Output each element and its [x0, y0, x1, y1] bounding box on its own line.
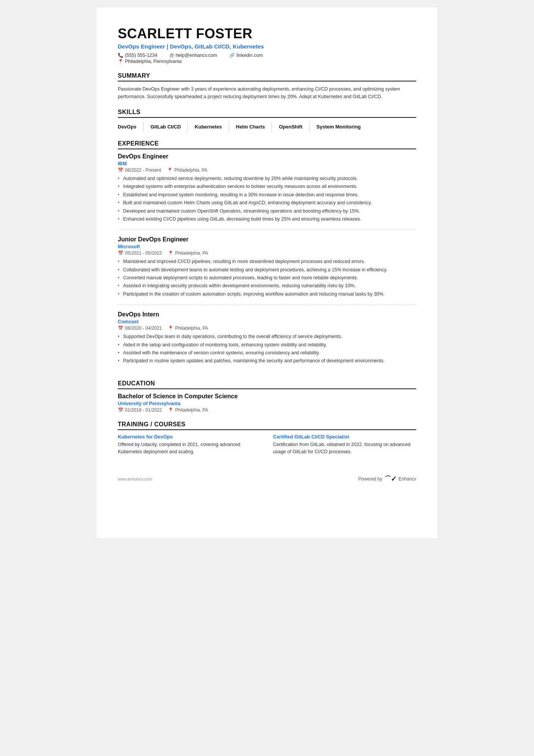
phone-value: (555) 555-1234	[125, 53, 157, 58]
skill-tag: OpenShift	[272, 122, 309, 132]
date-range: 06/2022 - Present	[125, 167, 161, 173]
skills-section: SKILLS DevOpsGitLab CI/CDKubernetesHelm …	[118, 109, 416, 132]
header-section: SCARLETT FOSTER DevOps Engineer | DevOps…	[118, 26, 416, 64]
calendar-icon: 📅	[118, 407, 123, 413]
skill-tag: Helm Charts	[229, 122, 272, 132]
education-title: EDUCATION	[118, 380, 416, 389]
skill-tag: Kubernetes	[188, 122, 229, 132]
linkedin-value: linkedin.com	[236, 53, 262, 58]
summary-text: Passionate DevOps Engineer with 3 years …	[118, 85, 416, 100]
edu-degree: Bachelor of Science in Computer Science	[118, 393, 416, 400]
skill-tag: GitLab CI/CD	[144, 122, 188, 132]
brand-name: Enhancv	[398, 476, 416, 482]
list-item: Participated in the creation of custom a…	[118, 291, 416, 298]
job-meta: 📅 05/2021 - 05/2022 📍 Philadelphia, PA	[118, 250, 416, 256]
job-block: DevOps InternComcast 📅 08/2020 - 04/2021…	[118, 311, 416, 372]
location-icon: 📍	[118, 59, 123, 64]
education-section: EDUCATION Bachelor of Science in Compute…	[118, 380, 416, 413]
job-meta: 📅 08/2020 - 04/2021 📍 Philadelphia, PA	[118, 326, 416, 331]
edu-date: 📅 01/2018 - 01/2022	[118, 407, 162, 413]
job-block: DevOps EngineerIBM 📅 06/2022 - Present 📍…	[118, 153, 416, 230]
job-date: 📅 08/2020 - 04/2021	[118, 326, 162, 331]
list-item: Enhanced existing CI/CD pipelines using …	[118, 216, 416, 223]
candidate-name: SCARLETT FOSTER	[118, 26, 416, 42]
training-container: Kubernetes for DevOpsOffered by Udacity,…	[118, 434, 416, 456]
location-text: Philadelphia, PA	[175, 250, 208, 256]
date-range: 05/2021 - 05/2022	[125, 250, 162, 256]
email-icon: @	[169, 53, 174, 58]
phone-contact: 📞 (555) 555-1234	[118, 53, 157, 58]
training-section: TRAINING / COURSES Kubernetes for DevOps…	[118, 421, 416, 456]
edu-location-icon: 📍	[168, 407, 173, 413]
resume-page: SCARLETT FOSTER DevOps Engineer | DevOps…	[97, 8, 437, 538]
edu-meta: 📅 01/2018 - 01/2022 📍 Philadelphia, PA	[118, 407, 416, 413]
company-name: Microsoft	[118, 244, 416, 249]
company-name: IBM	[118, 161, 416, 166]
job-block: Junior DevOps EngineerMicrosoft 📅 05/202…	[118, 236, 416, 305]
powered-by-label: Powered by	[358, 476, 382, 482]
bullet-list: Automated and optimized service deployme…	[118, 175, 416, 223]
calendar-icon: 📅	[118, 326, 123, 331]
list-item: Automated and optimized service deployme…	[118, 175, 416, 182]
training-item: Kubernetes for DevOpsOffered by Udacity,…	[118, 434, 261, 456]
bullet-list: Supported DevOps team in daily operation…	[118, 333, 416, 365]
training-title: TRAINING / COURSES	[118, 421, 416, 430]
candidate-title: DevOps Engineer | DevOps, GitLab CI/CD, …	[118, 43, 416, 50]
pin-icon: 📍	[167, 167, 173, 173]
skill-tag: DevOps	[118, 122, 144, 132]
list-item: Integrated systems with enterprise authe…	[118, 183, 416, 190]
edu-school: University of Pennsylvania	[118, 401, 416, 406]
calendar-icon: 📅	[118, 250, 123, 256]
training-course-title: Certified GitLab CI/CD Specialist	[273, 434, 416, 440]
edu-location: 📍 Philadelphia, PA	[168, 407, 208, 413]
email-value: help@enhancv.com	[176, 53, 217, 58]
footer: www.enhancv.com Powered by ⌒✓ Enhancv	[118, 471, 416, 484]
job-title: DevOps Intern	[118, 311, 416, 318]
experience-section: EXPERIENCE DevOps EngineerIBM 📅 06/2022 …	[118, 140, 416, 372]
calendar-icon: 📅	[118, 167, 123, 173]
bullet-list: Maintained and improved CI/CD pipelines,…	[118, 258, 416, 298]
link-icon: 🔗	[229, 53, 235, 58]
list-item: Assisted with the maintenance of version…	[118, 349, 416, 357]
location-text: Philadelphia, PA	[175, 326, 208, 331]
job-title: DevOps Engineer	[118, 153, 416, 160]
linkedin-contact[interactable]: 🔗 linkedin.com	[229, 53, 262, 58]
job-location: 📍 Philadelphia, PA	[168, 326, 208, 331]
job-date: 📅 06/2022 - Present	[118, 167, 161, 173]
list-item: Developed and maintained custom OpenShif…	[118, 208, 416, 215]
edu-date-value: 01/2018 - 01/2022	[125, 407, 162, 413]
jobs-container: DevOps EngineerIBM 📅 06/2022 - Present 📍…	[118, 153, 416, 372]
training-course-title: Kubernetes for DevOps	[118, 434, 261, 440]
training-course-desc: Certification from GitLab, obtained in 2…	[273, 441, 416, 456]
training-item: Certified GitLab CI/CD SpecialistCertifi…	[273, 434, 416, 456]
list-item: Converted manual deployment scripts to a…	[118, 274, 416, 282]
enhancv-branding: Powered by ⌒✓ Enhancv	[358, 474, 416, 484]
summary-title: SUMMARY	[118, 72, 416, 81]
company-name: Comcast	[118, 319, 416, 324]
date-range: 08/2020 - 04/2021	[125, 326, 162, 331]
phone-icon: 📞	[118, 53, 123, 58]
list-item: Built and maintained custom Helm Charts …	[118, 199, 416, 207]
location-value: Philadelphia, Pennsylvania	[125, 59, 181, 64]
summary-section: SUMMARY Passionate DevOps Engineer with …	[118, 72, 416, 100]
skills-list: DevOpsGitLab CI/CDKubernetesHelm ChartsO…	[118, 122, 416, 132]
list-item: Assisted in integrating security protoco…	[118, 282, 416, 290]
list-item: Aided in the setup and configuration of …	[118, 341, 416, 349]
pin-icon: 📍	[168, 326, 173, 331]
list-item: Established and improved system monitori…	[118, 191, 416, 199]
list-item: Collaborated with development teams to a…	[118, 266, 416, 274]
enhancv-logo-icon: ⌒✓	[384, 474, 396, 484]
location-text: Philadelphia, PA	[174, 167, 207, 173]
job-location: 📍 Philadelphia, PA	[167, 167, 207, 173]
footer-website: www.enhancv.com	[118, 477, 152, 481]
edu-location-value: Philadelphia, PA	[175, 407, 208, 413]
skills-title: SKILLS	[118, 109, 416, 118]
pin-icon: 📍	[168, 250, 173, 256]
job-meta: 📅 06/2022 - Present 📍 Philadelphia, PA	[118, 167, 416, 173]
skill-tag: System Monitoring	[310, 122, 368, 132]
job-title: Junior DevOps Engineer	[118, 236, 416, 243]
list-item: Participated in routine system updates a…	[118, 357, 416, 365]
contact-row: 📞 (555) 555-1234 @ help@enhancv.com 🔗 li…	[118, 53, 416, 58]
job-location: 📍 Philadelphia, PA	[168, 250, 208, 256]
list-item: Supported DevOps team in daily operation…	[118, 333, 416, 340]
